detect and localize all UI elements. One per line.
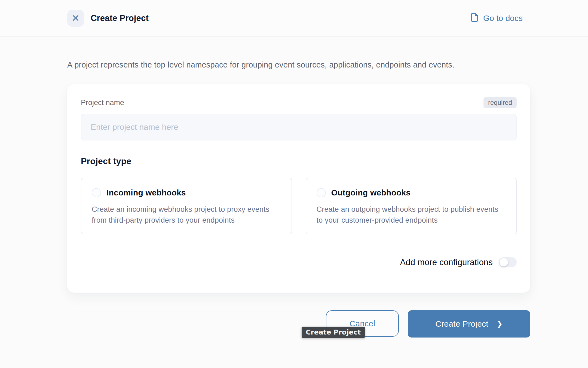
option-incoming-header: Incoming webhooks (92, 188, 281, 197)
close-button[interactable] (67, 10, 84, 27)
radio-incoming-webhooks[interactable] (92, 188, 101, 197)
go-to-docs-label: Go to docs (483, 14, 523, 23)
project-type-options: Incoming webhooks Create an incoming web… (81, 178, 517, 234)
cursor-tooltip: Create Project (302, 327, 365, 338)
create-project-label: Create Project (435, 319, 488, 329)
option-incoming-webhooks[interactable]: Incoming webhooks Create an incoming web… (81, 178, 292, 234)
option-outgoing-title: Outgoing webhooks (331, 188, 411, 197)
radio-outgoing-webhooks[interactable] (317, 188, 326, 197)
x-icon (72, 15, 79, 22)
create-project-page: Create Project Go to docs A project repr… (0, 0, 588, 368)
add-configurations-toggle[interactable] (499, 257, 517, 267)
create-project-button[interactable]: Create Project ❯ (408, 310, 530, 338)
option-incoming-description: Create an incoming webhooks project to p… (92, 204, 281, 226)
add-configurations-label: Add more configurations (400, 257, 493, 267)
project-name-input[interactable] (81, 114, 517, 140)
document-icon (471, 13, 478, 24)
option-outgoing-description: Create an outgoing webhooks project to p… (317, 204, 506, 226)
chevron-right-icon: ❯ (497, 320, 503, 328)
page-header: Create Project Go to docs (0, 0, 588, 37)
project-form-card: Project name required Project type Incom… (67, 84, 530, 293)
project-type-heading: Project type (81, 156, 517, 166)
project-name-label: Project name (81, 99, 124, 107)
project-name-label-row: Project name required (81, 97, 517, 108)
header-left: Create Project (67, 10, 149, 27)
option-outgoing-header: Outgoing webhooks (317, 188, 506, 197)
option-outgoing-webhooks[interactable]: Outgoing webhooks Create an outgoing web… (306, 178, 517, 234)
option-incoming-title: Incoming webhooks (106, 188, 186, 197)
footer-actions: Cancel Create Project ❯ (67, 310, 530, 338)
toggle-knob (500, 258, 508, 266)
required-badge: required (483, 97, 517, 108)
add-configurations-row: Add more configurations (81, 257, 517, 267)
page-title: Create Project (91, 13, 149, 23)
go-to-docs-link[interactable]: Go to docs (471, 13, 523, 24)
intro-text: A project represents the top level names… (67, 60, 455, 69)
